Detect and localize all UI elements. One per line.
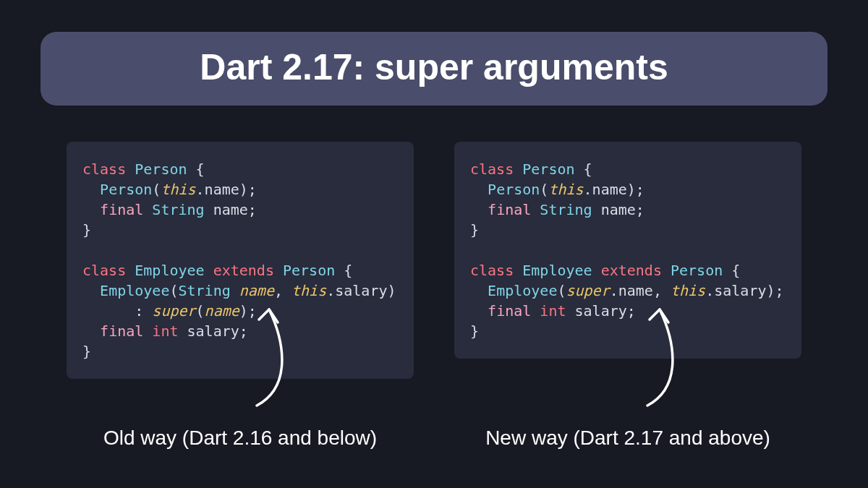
code-token bbox=[335, 262, 344, 279]
code-token: ); bbox=[239, 181, 257, 198]
code-token bbox=[470, 302, 488, 320]
code-token: salary bbox=[187, 322, 239, 340]
code-token: ) bbox=[388, 282, 396, 299]
code-token: String bbox=[152, 201, 204, 218]
code-token: } bbox=[82, 221, 91, 239]
code-token bbox=[470, 201, 488, 218]
code-token: Person bbox=[135, 160, 187, 178]
code-token bbox=[592, 262, 601, 279]
code-token: class bbox=[470, 262, 514, 279]
code-token: ( bbox=[152, 181, 161, 198]
code-token: salary bbox=[335, 282, 387, 299]
code-token: ); bbox=[627, 181, 644, 198]
code-token bbox=[187, 160, 196, 178]
code-token bbox=[531, 201, 540, 218]
code-token: this bbox=[671, 282, 705, 299]
caption-new: New way (Dart 2.17 and above) bbox=[454, 427, 801, 450]
code-token: Employee bbox=[135, 262, 204, 279]
code-block-new: class Person { Person(this.name); final … bbox=[454, 142, 801, 359]
code-token bbox=[662, 282, 671, 299]
code-token: . bbox=[584, 181, 592, 198]
code-token bbox=[143, 302, 152, 320]
code-token: . bbox=[196, 181, 205, 198]
code-token: super bbox=[152, 302, 195, 320]
code-token: this bbox=[161, 181, 195, 198]
code-token: class bbox=[82, 160, 126, 178]
code-token: ( bbox=[196, 302, 205, 320]
column-old: class Person { Person(this.name); final … bbox=[67, 142, 414, 450]
code-token bbox=[205, 201, 213, 218]
column-new: class Person { Person(this.name); final … bbox=[454, 142, 801, 450]
code-token: Person bbox=[100, 181, 152, 198]
code-token bbox=[274, 262, 283, 279]
code-token: ( bbox=[169, 282, 178, 299]
code-token: { bbox=[731, 262, 740, 279]
code-token: ( bbox=[557, 282, 566, 299]
code-token bbox=[82, 181, 100, 198]
code-token bbox=[514, 160, 522, 178]
page-title: Dart 2.17: super arguments bbox=[41, 32, 827, 106]
code-token: extends bbox=[213, 262, 274, 279]
code-token: ; bbox=[239, 322, 248, 340]
columns: class Person { Person(this.name); final … bbox=[67, 142, 801, 450]
code-token: ; bbox=[248, 201, 257, 218]
code-token bbox=[283, 282, 292, 299]
code-token: . bbox=[610, 282, 618, 299]
code-token bbox=[231, 282, 239, 299]
code-token: Person bbox=[488, 181, 540, 198]
code-token: Employee bbox=[488, 282, 557, 299]
code-token: ); bbox=[239, 302, 257, 320]
code-token: name bbox=[601, 201, 636, 218]
code-token: name bbox=[592, 181, 627, 198]
code-token: } bbox=[470, 322, 479, 340]
code-token: ; bbox=[636, 201, 644, 218]
code-token: Employee bbox=[100, 282, 169, 299]
code-token: class bbox=[470, 160, 514, 178]
code-token: super bbox=[566, 282, 609, 299]
code-token: final bbox=[100, 322, 143, 340]
code-token bbox=[662, 262, 671, 279]
code-token: salary bbox=[714, 282, 766, 299]
code-token: { bbox=[344, 262, 352, 279]
code-token: { bbox=[196, 160, 205, 178]
code-token: class bbox=[82, 262, 126, 279]
code-token: : bbox=[135, 302, 143, 320]
code-token: name bbox=[618, 282, 653, 299]
code-token: final bbox=[488, 201, 531, 218]
code-token bbox=[82, 282, 100, 299]
code-token bbox=[82, 322, 100, 340]
code-token: . bbox=[705, 282, 714, 299]
code-token bbox=[82, 201, 100, 218]
code-token: Person bbox=[283, 262, 335, 279]
code-token: this bbox=[292, 282, 326, 299]
code-token bbox=[143, 322, 152, 340]
code-token bbox=[205, 262, 213, 279]
code-token bbox=[575, 160, 584, 178]
code-token bbox=[566, 302, 574, 320]
code-token bbox=[723, 262, 731, 279]
code-token: String bbox=[540, 201, 592, 218]
code-token bbox=[126, 262, 135, 279]
code-token bbox=[143, 201, 152, 218]
caption-old: Old way (Dart 2.16 and below) bbox=[67, 427, 414, 450]
code-token bbox=[82, 302, 135, 320]
code-block-old: class Person { Person(this.name); final … bbox=[67, 142, 414, 379]
code-token: Person bbox=[671, 262, 723, 279]
code-token bbox=[514, 262, 522, 279]
code-token bbox=[531, 302, 540, 320]
code-token: name bbox=[205, 181, 239, 198]
code-token: . bbox=[326, 282, 335, 299]
code-token: , bbox=[274, 282, 283, 299]
code-token: { bbox=[584, 160, 592, 178]
code-token bbox=[470, 282, 488, 299]
code-token bbox=[126, 160, 135, 178]
code-token: ); bbox=[766, 282, 783, 299]
code-token: this bbox=[548, 181, 583, 198]
code-token: name bbox=[239, 282, 274, 299]
code-token: , bbox=[653, 282, 662, 299]
code-token: name bbox=[213, 201, 248, 218]
code-token: extends bbox=[601, 262, 662, 279]
code-token: salary bbox=[575, 302, 627, 320]
code-token bbox=[592, 201, 601, 218]
code-token: int bbox=[540, 302, 566, 320]
